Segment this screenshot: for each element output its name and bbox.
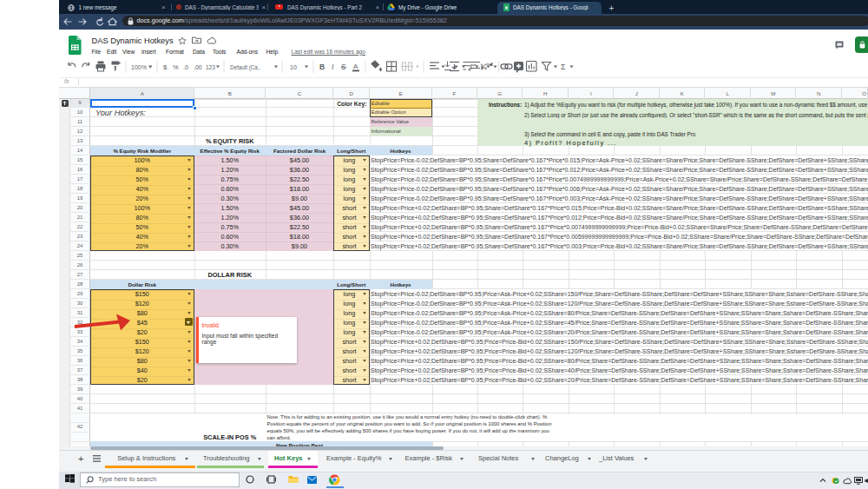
svg-text:100%: 100% [131, 64, 147, 70]
svg-text:123: 123 [206, 64, 215, 70]
svg-text:.0: .0 [183, 64, 188, 70]
svg-text:Σ: Σ [561, 63, 566, 71]
svg-text:A: A [353, 63, 358, 70]
svg-text:.00: .00 [194, 64, 202, 70]
svg-text:Default (Ca..: Default (Ca.. [230, 64, 261, 71]
svg-text:S: S [341, 63, 346, 71]
svg-text:B: B [319, 63, 325, 71]
svg-text:I: I [332, 63, 334, 71]
svg-text:$: $ [163, 63, 168, 71]
svg-text:%: % [173, 63, 179, 71]
svg-text:a: a [484, 65, 488, 70]
svg-text:10: 10 [290, 64, 297, 70]
